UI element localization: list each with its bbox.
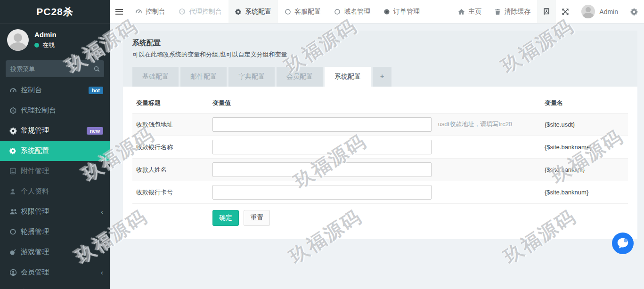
tab-basic-config[interactable]: 基础配置 bbox=[132, 67, 179, 87]
column-header: 变量名 bbox=[541, 93, 628, 113]
dashboard-icon bbox=[135, 8, 142, 15]
language-button[interactable] bbox=[537, 0, 556, 23]
tab-mail-config[interactable]: 邮件配置 bbox=[180, 67, 227, 87]
circle-outline-icon bbox=[9, 228, 21, 235]
page-title: 系统配置 bbox=[132, 39, 628, 48]
trash-icon bbox=[495, 8, 501, 15]
sidebar-item-label: 代理控制台 bbox=[21, 106, 103, 115]
chevron-left-icon: ‹ bbox=[101, 208, 103, 216]
user-panel: Admin 在线 bbox=[0, 24, 110, 56]
var-label: 收款钱包地址 bbox=[132, 113, 209, 136]
sidebar-item-attachments[interactable]: 附件管理 bbox=[0, 161, 110, 181]
sidebar-item-system-config[interactable]: 系统配置 bbox=[0, 141, 110, 161]
tab-system-config[interactable]: 系统配置 bbox=[325, 67, 371, 87]
avatar bbox=[581, 5, 595, 18]
sidebar-item-label: 个人资料 bbox=[21, 187, 103, 196]
sidebar-item-general-mgmt[interactable]: 常规管理 new bbox=[0, 120, 110, 141]
nav-tab-agent-console[interactable]: 代理控制台 bbox=[172, 0, 228, 23]
table-row: 收款人姓名 {$site.bankxm} bbox=[132, 159, 628, 181]
home-label: 主页 bbox=[468, 8, 481, 16]
sidebar-item-agent-console[interactable]: 代理控制台 bbox=[0, 100, 110, 120]
table-row: 收款银行名称 {$site.bankname} bbox=[132, 136, 628, 159]
sidebar-item-permissions[interactable]: 权限管理 ‹ bbox=[0, 201, 110, 222]
config-tabs: 基础配置 邮件配置 字典配置 会员配置 系统配置 + bbox=[132, 67, 628, 87]
chevron-left-icon: ‹ bbox=[101, 268, 103, 276]
user-icon bbox=[9, 188, 21, 195]
sidebar-toggle-button[interactable] bbox=[110, 0, 129, 23]
table-row: 收款钱包地址 usdt收款地址，请填写trc20 {$site.usdt} bbox=[132, 113, 628, 136]
user-name: Admin bbox=[599, 8, 618, 16]
nav-tab-label: 控制台 bbox=[146, 8, 165, 16]
page-subtitle: 可以在此增改系统的变量和分组,也可以自定义分组和变量 bbox=[132, 50, 628, 59]
sidebar-item-label: 轮播管理 bbox=[21, 227, 103, 236]
online-status-dot bbox=[34, 43, 39, 48]
chat-bubble-icon bbox=[616, 236, 630, 250]
bomb-icon bbox=[9, 249, 21, 256]
bank-card-input[interactable] bbox=[212, 185, 432, 200]
circle-outline-icon bbox=[285, 8, 291, 15]
gear-icon bbox=[9, 147, 21, 154]
sidebar-item-label: 系统配置 bbox=[21, 146, 103, 155]
users-icon bbox=[9, 208, 21, 215]
var-name: {$site.bankname} bbox=[541, 136, 628, 159]
nav-tab-label: 域名管理 bbox=[344, 8, 370, 16]
navbar-right: 主页 清除缓存 Admin bbox=[451, 0, 644, 23]
tab-member-config[interactable]: 会员配置 bbox=[277, 67, 323, 87]
sidebar-item-carousel[interactable]: 轮播管理 bbox=[0, 222, 110, 242]
sidebar-item-label: 附件管理 bbox=[21, 167, 103, 176]
dot-circle-icon bbox=[383, 8, 390, 15]
sidebar-item-games[interactable]: 游戏管理 bbox=[0, 242, 110, 262]
table-row: 收款银行卡号 {$site.banknum} bbox=[132, 181, 628, 204]
gear-icon bbox=[235, 8, 242, 15]
nav-tab-order-mgmt[interactable]: 订单管理 bbox=[377, 0, 426, 23]
search-icon[interactable] bbox=[93, 65, 100, 72]
sidebar-item-label: 常规管理 bbox=[21, 126, 87, 135]
cogs-icon bbox=[9, 127, 21, 135]
bank-name-input[interactable] bbox=[212, 140, 432, 154]
var-label: 收款银行卡号 bbox=[132, 181, 209, 204]
agent-console-icon bbox=[9, 107, 21, 114]
chat-widget-button[interactable] bbox=[612, 233, 634, 254]
search-input[interactable] bbox=[10, 65, 93, 72]
sidebar-item-label: 控制台 bbox=[21, 86, 89, 95]
payee-name-input[interactable] bbox=[212, 162, 432, 177]
clear-cache-button[interactable]: 清除缓存 bbox=[488, 0, 537, 23]
var-label: 收款人姓名 bbox=[132, 159, 209, 181]
clear-cache-label: 清除缓存 bbox=[504, 8, 530, 16]
var-label: 收款银行名称 bbox=[132, 136, 209, 159]
online-status-label: 在线 bbox=[42, 41, 55, 49]
form-actions: 确定 重置 bbox=[132, 204, 628, 227]
home-link[interactable]: 主页 bbox=[451, 0, 488, 23]
user-circle-icon bbox=[9, 269, 21, 276]
settings-button[interactable] bbox=[625, 0, 644, 23]
sidebar-item-label: 会员管理 bbox=[21, 268, 101, 277]
sidebar-item-profile[interactable]: 个人资料 bbox=[0, 181, 110, 201]
brand-title: PC28杀 bbox=[0, 0, 110, 24]
nav-tab-customer-service[interactable]: 客服配置 bbox=[278, 0, 327, 23]
reset-button[interactable]: 重置 bbox=[244, 210, 270, 226]
new-badge: new bbox=[87, 127, 103, 135]
user-menu[interactable]: Admin bbox=[575, 0, 625, 23]
sidebar-item-recharge[interactable]: 充值管理 bbox=[0, 282, 110, 289]
usdt-address-input[interactable] bbox=[212, 117, 432, 132]
sidebar: PC28杀 Admin 在线 控制台 hot 代理控制台 bbox=[0, 0, 110, 289]
nav-tab-label: 订单管理 bbox=[393, 8, 420, 16]
fullscreen-button[interactable] bbox=[556, 0, 575, 23]
sidebar-item-dashboard[interactable]: 控制台 hot bbox=[0, 80, 110, 100]
nav-tab-label: 代理控制台 bbox=[189, 8, 222, 16]
nav-tab-domain-mgmt[interactable]: 域名管理 bbox=[327, 0, 377, 23]
add-tab-button[interactable]: + bbox=[373, 67, 391, 87]
menu-search[interactable] bbox=[6, 60, 104, 77]
column-header: 变量标题 bbox=[132, 93, 209, 113]
nav-tab-system-config[interactable]: 系统配置 bbox=[228, 0, 278, 23]
var-name: {$site.usdt} bbox=[541, 113, 628, 136]
sidebar-item-members[interactable]: 会员管理 ‹ bbox=[0, 262, 110, 282]
submit-button[interactable]: 确定 bbox=[212, 210, 239, 226]
nav-tab-dashboard[interactable]: 控制台 bbox=[129, 0, 172, 23]
var-name: {$site.banknum} bbox=[541, 181, 628, 204]
home-icon bbox=[458, 8, 465, 15]
dashboard-icon bbox=[9, 87, 21, 94]
content-area: 系统配置 可以在此增改系统的变量和分组,也可以自定义分组和变量 基础配置 邮件配… bbox=[110, 24, 644, 289]
tab-dictionary-config[interactable]: 字典配置 bbox=[228, 67, 275, 87]
panel-heading: 系统配置 可以在此增改系统的变量和分组,也可以自定义分组和变量 基础配置 邮件配… bbox=[123, 31, 637, 87]
